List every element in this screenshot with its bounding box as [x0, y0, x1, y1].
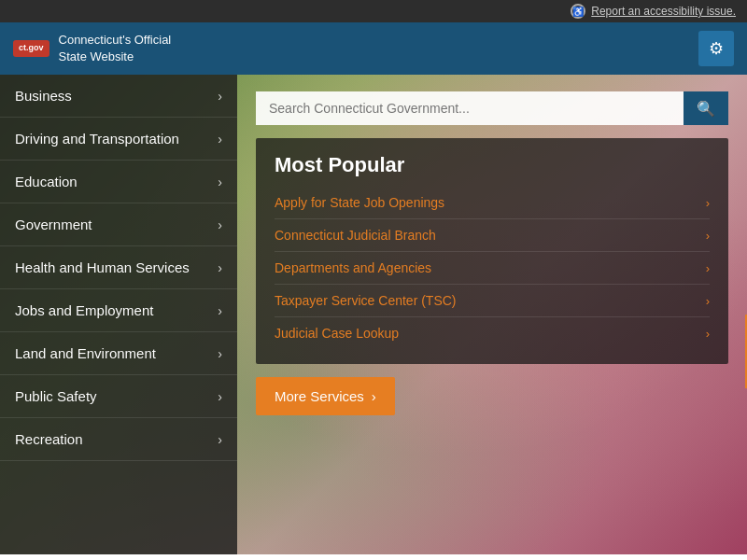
- chevron-right-icon: ›: [218, 346, 222, 361]
- sidebar-item[interactable]: Government›: [0, 203, 237, 246]
- sidebar-item[interactable]: Land and Environment›: [0, 332, 237, 375]
- sidebar-item[interactable]: Public Safety›: [0, 375, 237, 418]
- chevron-right-icon: ›: [706, 229, 710, 243]
- content-panel: 🔍 Most Popular Apply for State Job Openi…: [237, 75, 747, 554]
- sidebar-item[interactable]: Jobs and Employment›: [0, 289, 237, 332]
- more-services-button[interactable]: More Services ›: [256, 377, 395, 415]
- sidebar-item[interactable]: Business›: [0, 75, 237, 118]
- sidebar-item[interactable]: Driving and Transportation›: [0, 118, 237, 161]
- chevron-right-icon: ›: [706, 294, 710, 308]
- popular-item[interactable]: Apply for State Job Openings›: [275, 187, 710, 219]
- popular-card: Most Popular Apply for State Job Opening…: [256, 138, 728, 364]
- main-area: Business›Driving and Transportation›Educ…: [0, 75, 747, 554]
- logo-area: ct.gov Connecticut's Official State Webs…: [13, 32, 171, 65]
- site-title: Connecticut's Official State Website: [59, 32, 172, 65]
- more-services-label: More Services: [275, 388, 364, 404]
- chevron-right-icon: ›: [218, 303, 222, 318]
- chevron-right-icon: ›: [218, 389, 222, 404]
- chevron-right-icon: ›: [218, 132, 222, 147]
- logo: ct.gov: [13, 40, 49, 57]
- chevron-right-icon: ›: [372, 388, 376, 404]
- logo-text: ct.gov: [19, 44, 44, 53]
- chevron-right-icon: ›: [706, 261, 710, 275]
- chevron-right-icon: ›: [218, 432, 222, 447]
- accessibility-link[interactable]: Report an accessibility issue.: [591, 5, 736, 18]
- popular-item[interactable]: Connecticut Judicial Branch›: [275, 219, 710, 252]
- settings-button[interactable]: ⚙: [698, 31, 734, 66]
- popular-item[interactable]: Taxpayer Service Center (TSC)›: [275, 285, 710, 317]
- accessibility-icon: ♿: [571, 4, 585, 19]
- top-bar: ♿ Report an accessibility issue.: [0, 0, 747, 22]
- chevron-right-icon: ›: [218, 89, 222, 104]
- search-input[interactable]: [256, 91, 684, 125]
- header: ct.gov Connecticut's Official State Webs…: [0, 22, 747, 75]
- search-button[interactable]: 🔍: [684, 91, 728, 125]
- gear-icon: ⚙: [709, 38, 724, 59]
- sidebar: Business›Driving and Transportation›Educ…: [0, 75, 237, 554]
- sidebar-item[interactable]: Recreation›: [0, 418, 237, 461]
- popular-items-list: Apply for State Job Openings›Connecticut…: [275, 187, 710, 349]
- chevron-right-icon: ›: [218, 260, 222, 275]
- sidebar-item[interactable]: Health and Human Services›: [0, 246, 237, 289]
- sidebar-item[interactable]: Education›: [0, 161, 237, 203]
- search-icon: 🔍: [697, 101, 715, 117]
- popular-item[interactable]: Judicial Case Lookup›: [275, 317, 710, 349]
- search-row: 🔍: [256, 91, 728, 125]
- popular-item[interactable]: Departments and Agencies›: [275, 252, 710, 285]
- chevron-right-icon: ›: [218, 217, 222, 232]
- chevron-right-icon: ›: [706, 196, 710, 210]
- popular-title: Most Popular: [275, 153, 710, 177]
- chevron-right-icon: ›: [218, 175, 222, 189]
- chevron-right-icon: ›: [706, 327, 710, 341]
